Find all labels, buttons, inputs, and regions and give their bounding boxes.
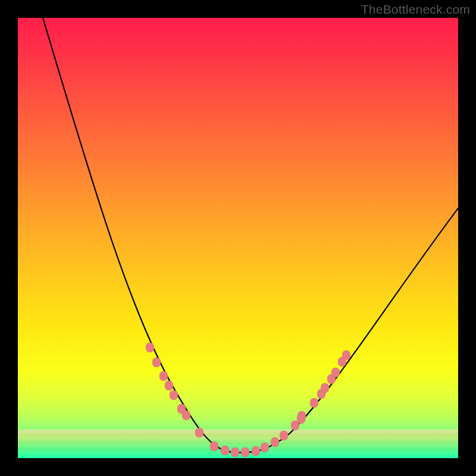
marker-point (321, 383, 329, 393)
marker-point (331, 368, 340, 377)
chart-frame: TheBottleneck.com (0, 0, 476, 476)
marker-point (170, 390, 178, 400)
marker-point (342, 350, 350, 360)
plot-area (18, 18, 458, 458)
bottleneck-curve (43, 18, 458, 453)
marker-point (310, 398, 318, 408)
curve-layer (18, 18, 458, 458)
marker-point (210, 441, 218, 451)
marker-point (221, 446, 229, 455)
marker-point (195, 428, 203, 437)
marker-point (252, 446, 260, 456)
marker-point (165, 381, 173, 390)
marker-point (182, 411, 190, 420)
marker-point (261, 443, 269, 452)
marker-point (241, 447, 249, 457)
marker-point (280, 431, 288, 440)
watermark-text: TheBottleneck.com (361, 2, 470, 17)
marker-point (146, 343, 154, 352)
marker-point (271, 437, 279, 447)
marker-point (159, 371, 168, 381)
marker-point (298, 411, 306, 421)
marker-point (231, 447, 239, 457)
marker-point (152, 358, 161, 367)
